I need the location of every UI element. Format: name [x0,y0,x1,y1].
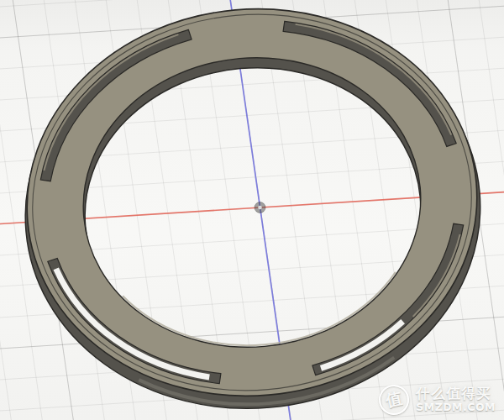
ring-model[interactable] [8,0,496,420]
smzdm-logo-icon: 值 [376,382,412,418]
watermark-brand-text: 什么值得买 [416,386,496,402]
model-canvas [0,0,504,420]
cad-viewport[interactable]: 值 什么值得买 SMZDM.COM [0,0,504,420]
watermark-text: 什么值得买 SMZDM.COM [416,386,496,413]
watermark: 值 什么值得买 SMZDM.COM [379,385,496,415]
origin-center-dot [258,206,262,210]
smzdm-logo-char: 值 [384,387,404,412]
watermark-site-text: SMZDM.COM [416,402,496,413]
origin-marker[interactable] [255,202,265,213]
